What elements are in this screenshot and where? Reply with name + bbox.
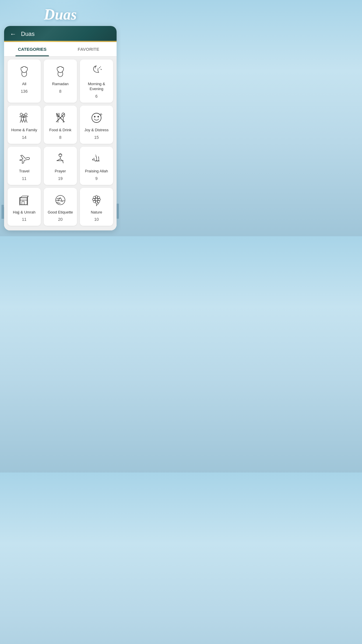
category-count-ramadan: 8 <box>59 89 61 94</box>
svg-point-42 <box>98 116 99 117</box>
flower-icon <box>89 192 104 208</box>
category-card-morning-evening[interactable]: Morning & Evening 6 <box>80 60 113 103</box>
svg-line-44 <box>100 115 102 115</box>
category-card-all[interactable]: All 136 <box>8 60 41 103</box>
fork-spoon-icon <box>53 110 68 125</box>
category-count-nature: 10 <box>94 217 99 222</box>
category-name-prayer: Prayer <box>55 169 66 174</box>
category-name-home-family: Home & Family <box>11 128 37 133</box>
category-count-prayer: 19 <box>58 176 63 181</box>
category-name-food-drink: Food & Drink <box>49 128 71 133</box>
category-name-nature: Nature <box>91 210 102 215</box>
category-count-praising-allah: 9 <box>95 176 98 181</box>
category-card-nature[interactable]: Nature 10 <box>80 188 113 226</box>
svg-text:ﷲ: ﷲ <box>92 154 100 163</box>
svg-rect-51 <box>22 201 24 205</box>
tab-favorite[interactable]: FAVORITE <box>60 42 117 56</box>
svg-line-21 <box>20 120 21 123</box>
svg-point-17 <box>100 66 101 67</box>
svg-line-27 <box>26 120 27 123</box>
page-title: Duas <box>0 0 121 26</box>
person-praying-icon <box>53 151 68 167</box>
category-card-good-etiquette[interactable]: Good Etiquette 20 <box>44 188 77 226</box>
svg-point-41 <box>94 116 96 117</box>
svg-rect-14 <box>117 204 119 219</box>
category-card-food-drink[interactable]: Food & Drink 8 <box>44 106 77 144</box>
tab-categories[interactable]: CATEGORIES <box>4 42 60 56</box>
category-name-hajj-umrah: Hajj & Umrah <box>13 210 35 215</box>
svg-line-32 <box>24 119 24 122</box>
kaaba-icon <box>17 192 32 208</box>
tabs-bar: CATEGORIES FAVORITE <box>4 42 117 57</box>
svg-line-26 <box>25 120 26 123</box>
header: ← Duas <box>4 26 117 42</box>
svg-point-16 <box>101 69 102 70</box>
allah-icon: ﷲ <box>89 151 104 167</box>
thumbs-up-icon <box>53 192 68 208</box>
category-count-all: 136 <box>21 89 27 94</box>
category-card-joy-distress[interactable]: Joy & Distress 15 <box>80 106 113 144</box>
svg-point-15 <box>99 67 100 68</box>
header-title: Duas <box>21 31 35 37</box>
hands-pray-icon-2 <box>53 64 68 79</box>
category-card-prayer[interactable]: Prayer 19 <box>44 147 77 185</box>
category-card-ramadan[interactable]: Ramadan 8 <box>44 60 77 103</box>
moon-stars-icon <box>89 64 104 79</box>
category-name-all: All <box>22 82 26 87</box>
svg-line-43 <box>100 113 101 115</box>
svg-point-18 <box>20 113 22 116</box>
category-card-praising-allah[interactable]: ﷲ Praising Allah 9 <box>80 147 113 185</box>
category-name-ramadan: Ramadan <box>52 82 68 87</box>
category-count-joy-distress: 15 <box>94 135 99 140</box>
category-count-travel: 11 <box>22 176 27 181</box>
svg-rect-3 <box>1 205 4 219</box>
svg-point-23 <box>25 113 27 116</box>
category-count-food-drink: 8 <box>59 135 61 140</box>
category-count-hajj-umrah: 11 <box>22 217 27 222</box>
category-count-morning-evening: 6 <box>95 94 98 99</box>
back-button[interactable]: ← <box>10 31 16 37</box>
category-name-joy-distress: Joy & Distress <box>84 128 108 133</box>
category-name-morning-evening: Morning & Evening <box>82 82 111 92</box>
category-count-home-family: 14 <box>22 135 27 140</box>
category-name-praising-allah: Praising Allah <box>85 169 108 174</box>
category-card-home-family[interactable]: Home & Family 14 <box>8 106 41 144</box>
smiley-icon <box>89 110 104 125</box>
category-name-good-etiquette: Good Etiquette <box>48 210 73 215</box>
svg-point-28 <box>23 115 24 116</box>
svg-line-22 <box>21 120 22 123</box>
category-card-travel[interactable]: Travel 11 <box>8 147 41 185</box>
category-name-travel: Travel <box>19 169 29 174</box>
airplane-icon <box>17 151 32 167</box>
category-count-good-etiquette: 20 <box>58 217 63 222</box>
hands-pray-icon <box>17 64 32 79</box>
category-card-hajj-umrah[interactable]: Hajj & Umrah 11 <box>8 188 41 226</box>
main-card: ← Duas CATEGORIES FAVORITE All 136 <box>4 26 117 230</box>
svg-line-31 <box>23 119 24 122</box>
categories-grid: All 136 Ramadan 8 <box>4 57 117 230</box>
family-icon <box>17 110 32 125</box>
